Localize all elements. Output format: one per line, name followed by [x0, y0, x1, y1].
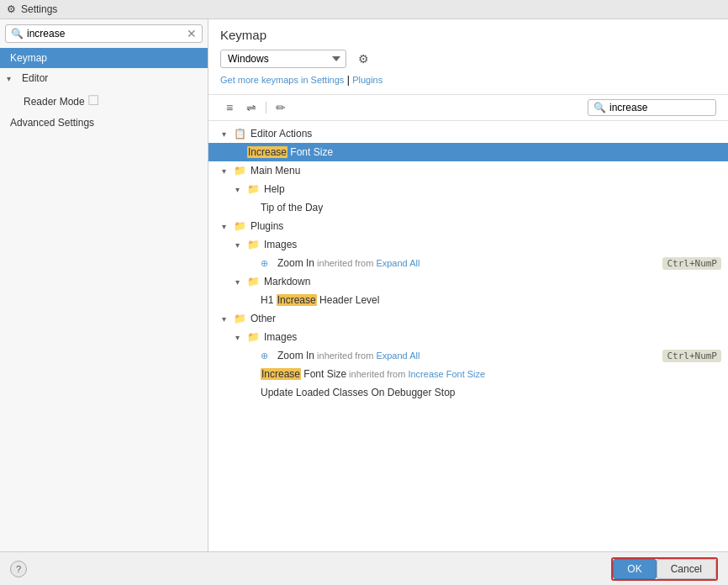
images-other-label: Images [264, 331, 297, 343]
settings-icon: ⚙ [7, 3, 16, 15]
keymap-controls: Windows ⚙ [220, 49, 716, 69]
bottom-bar: ? OK Cancel [0, 551, 728, 585]
filter-search-input[interactable] [609, 102, 710, 113]
filter-search-icon: 🔍 [593, 102, 606, 113]
zoom-in-other-link[interactable]: Expand All [376, 350, 419, 361]
zoom-in-other-inherited: inherited from [314, 350, 376, 361]
tree-node-increase-font-size-other[interactable]: Increase Font Size inherited from Increa… [208, 365, 728, 383]
highlight-increase-font-other: Increase [261, 368, 301, 380]
increase-header-level-label: H1 Increase Header Level [261, 294, 379, 306]
main-menu-folder-icon: 📁 [234, 165, 247, 177]
main-menu-chevron: ▾ [222, 166, 234, 176]
sidebar-search-input[interactable] [27, 28, 183, 40]
images-other-chevron: ▾ [235, 333, 247, 342]
sidebar: 🔍 ✕ Keymap ▾ Editor Reader Mode ☐ Advanc… [0, 19, 208, 551]
tree-node-increase-font-size[interactable]: Increase Font Size [208, 143, 728, 161]
sidebar-item-advanced-settings[interactable]: Advanced Settings [0, 113, 208, 133]
images-plugins-label: Images [264, 239, 297, 250]
tree-node-increase-header-level[interactable]: H1 Increase Header Level [208, 291, 728, 309]
zoom-in-plus-icon: ⊕ [261, 258, 274, 269]
ok-cancel-wrapper: OK Cancel [611, 557, 718, 581]
markdown-label: Markdown [264, 276, 310, 287]
other-folder-icon: 📁 [234, 313, 247, 324]
zoom-in-other-shortcut: Ctrl+NumP [662, 350, 721, 362]
markdown-chevron: ▾ [235, 277, 247, 287]
markdown-folder-icon: 📁 [247, 276, 261, 287]
cancel-button[interactable]: Cancel [657, 559, 716, 579]
increase-font-size-label: Increase Font Size [247, 146, 333, 158]
tree-node-images-plugins[interactable]: ▾ 📁 Images [208, 235, 728, 254]
bottom-buttons: OK Cancel [611, 557, 718, 581]
reader-mode-icon: ☐ [87, 93, 99, 108]
sidebar-search-icon: 🔍 [11, 28, 24, 40]
toolbar-btn-2[interactable]: ⇌ [242, 98, 261, 117]
toolbar-row: ≡ ⇌ ✏ 🔍 [208, 95, 728, 121]
ok-button[interactable]: OK [613, 559, 656, 579]
tree-node-other[interactable]: ▾ 📁 Other [208, 309, 728, 328]
other-label: Other [251, 313, 276, 324]
keymap-selector[interactable]: Windows [220, 50, 346, 68]
update-loaded-classes-label: Update Loaded Classes On Debugger Stop [261, 387, 456, 398]
tree-node-plugins[interactable]: ▾ 📁 Plugins [208, 217, 728, 235]
title-bar: ⚙ Settings [0, 0, 728, 19]
zoom-in-other-plus-icon: ⊕ [261, 350, 274, 361]
increase-font-size-other-label: Increase Font Size [261, 368, 346, 380]
toolbar-divider [266, 102, 266, 113]
content-panel: Keymap Windows ⚙ Get more keymaps in Set… [208, 19, 728, 551]
help-folder-icon: 📁 [247, 183, 261, 195]
other-chevron: ▾ [222, 314, 234, 324]
tree-node-zoom-in-plugins[interactable]: ⊕ Zoom In inherited from Expand All Ctrl… [208, 254, 728, 272]
tree-node-editor-actions[interactable]: ▾ 📋 Editor Actions [208, 124, 728, 143]
keymap-links: Get more keymaps in Settings | Plugins [220, 74, 716, 89]
main-menu-label: Main Menu [251, 165, 300, 177]
images-plugins-chevron: ▾ [235, 240, 247, 250]
toolbar-btn-edit[interactable]: ✏ [272, 98, 290, 117]
sidebar-item-editor[interactable]: ▾ Editor [0, 68, 208, 88]
plugins-link[interactable]: Plugins [352, 75, 382, 85]
tree-node-markdown[interactable]: ▾ 📁 Markdown [208, 272, 728, 291]
tree-node-tip-of-the-day[interactable]: Tip of the Day [208, 198, 728, 217]
help-chevron: ▾ [235, 185, 247, 194]
get-more-keymaps-link[interactable]: Get more keymaps in Settings [220, 75, 344, 85]
tree-node-help[interactable]: ▾ 📁 Help [208, 180, 728, 198]
sidebar-search-clear[interactable]: ✕ [187, 28, 197, 40]
tree-node-images-other[interactable]: ▾ 📁 Images [208, 328, 728, 346]
window-title: Settings [21, 3, 57, 15]
plugins-chevron: ▾ [222, 222, 234, 231]
editor-actions-chevron: ▾ [222, 129, 234, 139]
zoom-in-plugins-inherited: inherited from [314, 258, 376, 268]
highlight-increase: Increase [247, 146, 288, 158]
tree-area: ▾ 📋 Editor Actions Increase Font Size ▾ … [208, 121, 728, 551]
zoom-in-plugins-shortcut: Ctrl+NumP [662, 257, 721, 270]
help-button[interactable]: ? [10, 561, 27, 577]
images-plugins-folder-icon: 📁 [247, 239, 261, 250]
zoom-in-other-label: Zoom In [277, 350, 314, 361]
tip-of-the-day-label: Tip of the Day [261, 202, 323, 213]
content-title: Keymap [220, 28, 716, 42]
editor-actions-label: Editor Actions [251, 128, 312, 140]
tree-node-zoom-in-other[interactable]: ⊕ Zoom In inherited from Expand All Ctrl… [208, 346, 728, 365]
filter-search-box[interactable]: 🔍 [588, 99, 716, 116]
content-header: Keymap Windows ⚙ Get more keymaps in Set… [208, 19, 728, 95]
plugins-folder-icon: 📁 [234, 220, 247, 232]
tree-node-update-loaded-classes[interactable]: Update Loaded Classes On Debugger Stop [208, 383, 728, 402]
tree-node-main-menu[interactable]: ▾ 📁 Main Menu [208, 161, 728, 180]
zoom-in-plugins-label: Zoom In [277, 257, 314, 269]
editor-chevron: ▾ [7, 74, 18, 83]
sidebar-item-keymap[interactable]: Keymap [0, 48, 208, 68]
increase-font-other-inherited: inherited from [346, 369, 408, 379]
plugins-label: Plugins [251, 220, 283, 232]
increase-font-other-link[interactable]: Increase Font Size [408, 369, 485, 379]
toolbar-btn-1[interactable]: ≡ [220, 98, 239, 117]
help-label: Help [264, 183, 285, 195]
highlight-increase-header: Increase [277, 294, 317, 306]
sidebar-item-reader-mode[interactable]: Reader Mode ☐ [0, 88, 208, 113]
keymap-gear-button[interactable]: ⚙ [353, 49, 373, 69]
zoom-in-plugins-link[interactable]: Expand All [376, 258, 419, 268]
editor-actions-folder-icon: 📋 [234, 128, 247, 140]
main-area: 🔍 ✕ Keymap ▾ Editor Reader Mode ☐ Advanc… [0, 19, 728, 551]
images-other-folder-icon: 📁 [247, 331, 261, 343]
sidebar-search-box[interactable]: 🔍 ✕ [5, 24, 203, 43]
